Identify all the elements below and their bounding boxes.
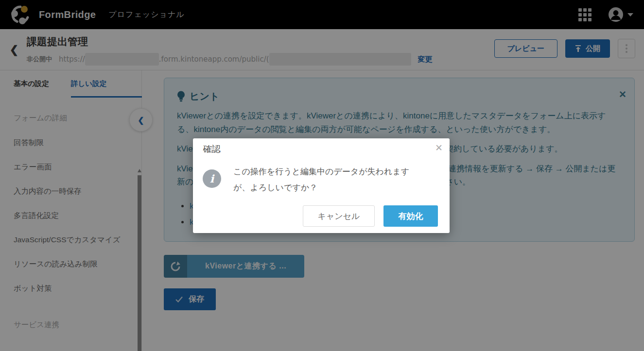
dialog-title: 確認 xyxy=(203,143,221,155)
cancel-button[interactable]: キャンセル xyxy=(303,205,375,227)
info-icon: i xyxy=(203,169,221,188)
dialog-close-icon[interactable]: ✕ xyxy=(435,142,443,153)
confirm-dialog: 確認 ✕ i この操作を行うと編集中のデータが失われますが、よろしいですか？ キ… xyxy=(193,138,450,233)
app-window: FormBridge プロフェッショナル ❮ 課題提出管理 非公開中 https… xyxy=(0,0,644,351)
dialog-message: この操作を行うと編集中のデータが失われますが、よろしいですか？ xyxy=(233,164,420,196)
activate-button[interactable]: 有効化 xyxy=(383,205,438,227)
